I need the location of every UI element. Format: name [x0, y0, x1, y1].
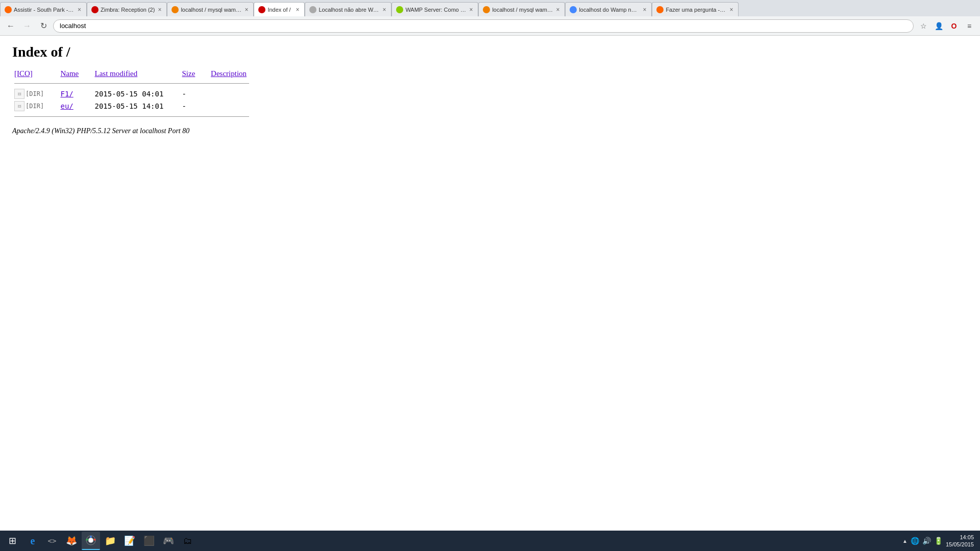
- tab-favicon-4: [258, 6, 265, 13]
- col-size: Size: [180, 68, 209, 79]
- tab-label-5: Localhost não abre WAM...: [318, 7, 379, 13]
- refresh-button[interactable]: ↻: [37, 19, 50, 33]
- browser-tab-1[interactable]: Assistir - South Park - To...×: [0, 2, 87, 16]
- col-ico-link[interactable]: [ICO]: [14, 69, 33, 78]
- tab-favicon-2: [91, 6, 99, 13]
- tray-time-value: 14:05: [946, 534, 974, 541]
- tab-favicon-9: [656, 6, 664, 13]
- toolbar-right: ☆ 👤 O ≡: [917, 19, 976, 33]
- col-last-modified: Last modified: [92, 68, 180, 79]
- tab-close-3[interactable]: ×: [243, 6, 249, 13]
- taskbar-app-chrome[interactable]: [82, 532, 100, 550]
- table-row: 🖼[DIR]eu/2015-05-15 14:01-: [12, 100, 261, 112]
- col-size-link[interactable]: Size: [182, 69, 195, 78]
- taskbar: ⊞ e <> 🦊 📁 📝 ⬛ 🎮 🗂 ▲ 🌐: [0, 531, 980, 551]
- entry-modified-1: 2015-05-15 04:01: [92, 88, 180, 100]
- col-ico: [ICO]: [12, 68, 58, 79]
- bookmark-button[interactable]: ☆: [917, 19, 930, 33]
- col-last-modified-link[interactable]: Last modified: [94, 69, 137, 78]
- tab-label-7: localhost / mysql wamps...: [492, 7, 553, 13]
- ico-label-2: [DIR]: [26, 103, 44, 110]
- tab-favicon-5: [309, 6, 316, 13]
- taskbar-app-notepad[interactable]: 📝: [120, 532, 139, 550]
- entry-modified-2: 2015-05-15 14:01: [92, 100, 180, 112]
- taskbar-app-steam[interactable]: 🎮: [159, 532, 178, 550]
- col-description-link[interactable]: Description: [211, 69, 247, 78]
- taskbar-app-dev[interactable]: <>: [43, 532, 61, 550]
- entry-name-1: F1/: [58, 88, 92, 100]
- col-name: Name: [58, 68, 92, 79]
- directory-table: [ICO] Name Last modified Size Descriptio…: [12, 68, 261, 121]
- browser-tab-7[interactable]: localhost / mysql wamps...×: [478, 2, 565, 16]
- entry-description-2: [209, 100, 261, 112]
- tab-bar: Assistir - South Park - To...×Zimbra: Re…: [0, 0, 980, 16]
- tab-label-3: localhost / mysql wamps...: [181, 7, 241, 13]
- address-bar[interactable]: [53, 19, 914, 33]
- tab-label-9: Fazer uma pergunta - Sta...: [666, 7, 726, 13]
- taskbar-app-8[interactable]: 🗂: [179, 532, 197, 550]
- entry-name-2: eu/: [58, 100, 92, 112]
- tab-close-9[interactable]: ×: [728, 6, 734, 13]
- tab-label-8: localhost do Wamp não ...: [579, 7, 640, 13]
- footer-divider: [14, 116, 249, 117]
- col-description: Description: [209, 68, 261, 79]
- start-button[interactable]: ⊞: [2, 531, 22, 551]
- opera-icon[interactable]: O: [947, 19, 961, 33]
- tab-favicon-3: [172, 6, 179, 13]
- ico-image-1: 🖼: [14, 89, 24, 99]
- tray-clock: 14:05 15/05/2015: [946, 534, 974, 548]
- user-button[interactable]: 👤: [932, 19, 945, 33]
- menu-button[interactable]: ≡: [963, 19, 976, 33]
- tab-close-4[interactable]: ×: [295, 6, 300, 13]
- browser-tab-9[interactable]: Fazer uma pergunta - Sta...×: [652, 2, 739, 16]
- tray-battery: 🔋: [934, 537, 943, 545]
- entry-size-1: -: [180, 88, 209, 100]
- tab-close-1[interactable]: ×: [77, 6, 82, 13]
- entry-icon-2: 🖼[DIR]: [12, 100, 58, 112]
- page-content: Index of / [ICO] Name Last modified Size: [0, 36, 980, 531]
- page-title: Index of /: [12, 44, 968, 60]
- tab-close-2[interactable]: ×: [157, 6, 162, 13]
- tab-favicon-7: [483, 6, 490, 13]
- forward-button[interactable]: →: [20, 19, 34, 33]
- browser-tab-8[interactable]: localhost do Wamp não ...×: [565, 2, 652, 16]
- server-signature: Apache/2.4.9 (Win32) PHP/5.5.12 Server a…: [12, 127, 968, 135]
- tab-close-7[interactable]: ×: [555, 6, 560, 13]
- browser-tab-5[interactable]: Localhost não abre WAM...×: [305, 2, 391, 16]
- tab-label-2: Zimbra: Reception (2): [101, 7, 155, 13]
- tab-close-6[interactable]: ×: [468, 6, 474, 13]
- tray-network: 🌐: [911, 537, 919, 545]
- toolbar: ← → ↻ ☆ 👤 O ≡: [0, 16, 980, 36]
- taskbar-app-ie[interactable]: e: [23, 532, 42, 550]
- taskbar-app-files[interactable]: 📁: [101, 532, 119, 550]
- entry-name-link-1[interactable]: F1/: [60, 90, 73, 98]
- browser-tab-2[interactable]: Zimbra: Reception (2)×: [87, 2, 167, 16]
- ico-label-1: [DIR]: [26, 90, 44, 97]
- browser-tab-3[interactable]: localhost / mysql wamps...×: [167, 2, 254, 16]
- taskbar-app-firefox[interactable]: 🦊: [62, 532, 81, 550]
- tab-favicon-6: [396, 6, 403, 13]
- svg-point-1: [88, 538, 93, 543]
- header-divider: [14, 83, 249, 84]
- tray-show-hidden[interactable]: ▲: [902, 538, 908, 544]
- tab-favicon-8: [570, 6, 577, 13]
- taskbar-app-6[interactable]: ⬛: [140, 532, 158, 550]
- entry-name-link-2[interactable]: eu/: [60, 102, 73, 110]
- browser-tab-4[interactable]: Index of /×: [254, 2, 305, 16]
- browser-tab-6[interactable]: WAMP Server: Como mu...×: [391, 2, 478, 16]
- tab-label-6: WAMP Server: Como mu...: [405, 7, 466, 13]
- tab-close-5[interactable]: ×: [381, 6, 387, 13]
- tab-label-1: Assistir - South Park - To...: [14, 7, 75, 13]
- ico-image-2: 🖼: [14, 101, 24, 111]
- entry-icon-1: 🖼[DIR]: [12, 88, 58, 100]
- tray-date-value: 15/05/2015: [946, 541, 974, 548]
- col-name-link[interactable]: Name: [60, 69, 79, 78]
- tab-close-8[interactable]: ×: [642, 6, 647, 13]
- browser-window: Assistir - South Park - To...×Zimbra: Re…: [0, 0, 980, 551]
- tab-label-4: Index of /: [267, 7, 292, 13]
- tray-volume: 🔊: [922, 537, 931, 545]
- entry-size-2: -: [180, 100, 209, 112]
- back-button[interactable]: ←: [4, 19, 17, 33]
- system-tray: ▲ 🌐 🔊 🔋 14:05 15/05/2015: [902, 534, 978, 548]
- tab-favicon-1: [5, 6, 12, 13]
